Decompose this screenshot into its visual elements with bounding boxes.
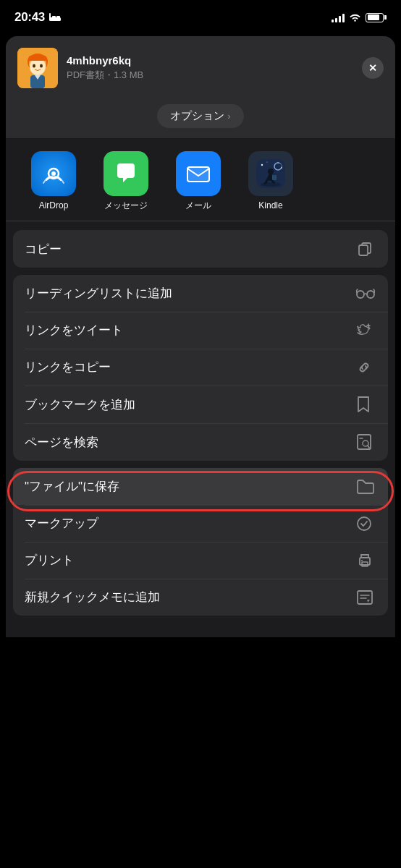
bottom-space — [6, 616, 395, 637]
svg-point-28 — [357, 291, 364, 298]
file-header: 4mhbnyr6kq PDF書類・1.3 MB ✕ — [6, 36, 395, 97]
messages-icon — [104, 151, 148, 196]
app-item-messages[interactable]: メッセージ — [90, 151, 162, 210]
svg-point-18 — [266, 161, 267, 162]
tweet-icon — [356, 323, 376, 339]
app-item-kindle[interactable]: Kindle — [235, 151, 307, 210]
save-files-label: "ファイル"に保存 — [25, 478, 119, 495]
svg-rect-1 — [49, 13, 51, 20]
apps-row-container: AirDrop メッセージ — [6, 138, 395, 221]
file-name: 4mhbnyr6kq — [67, 54, 353, 67]
find-icon — [356, 433, 376, 451]
menu-item-save-files[interactable]: "ファイル"に保存 — [13, 468, 388, 505]
menu-group-2: リーディングリストに追加 リンクをツイート — [13, 275, 388, 461]
print-label: プリント — [25, 552, 74, 569]
svg-point-8 — [33, 64, 35, 68]
quick-note-label: 新規クイックメモに追加 — [25, 589, 160, 605]
menu-item-copy-link[interactable]: リンクをコピー — [13, 349, 388, 386]
menu-item-quick-note[interactable]: 新規クイックメモに追加 — [13, 579, 388, 616]
svg-point-16 — [261, 164, 263, 166]
kindle-label: Kindle — [258, 200, 282, 210]
file-info: 4mhbnyr6kq PDF書類・1.3 MB — [67, 54, 353, 82]
options-button[interactable]: オプション › — [157, 104, 243, 128]
svg-point-12 — [51, 171, 56, 176]
svg-point-29 — [367, 291, 374, 298]
status-time: 20:43 — [14, 10, 45, 25]
menu-wrapper-3: "ファイル"に保存 マークアップ プリント — [6, 468, 395, 616]
svg-point-23 — [268, 169, 274, 174]
airdrop-symbol — [40, 160, 67, 187]
share-sheet: 4mhbnyr6kq PDF書類・1.3 MB ✕ オプション › — [6, 36, 395, 637]
mail-symbol — [184, 159, 213, 188]
svg-rect-33 — [360, 558, 370, 565]
menu-item-copy[interactable]: コピー — [13, 230, 388, 268]
svg-rect-13 — [187, 167, 209, 182]
svg-point-22 — [261, 182, 281, 187]
copy-link-label: リンクをコピー — [25, 359, 111, 375]
bookmark-label: ブックマークを追加 — [25, 396, 135, 413]
options-label: オプション — [170, 109, 224, 123]
kindle-icon — [248, 151, 293, 196]
thumbnail-image — [17, 48, 58, 88]
svg-rect-36 — [358, 591, 372, 604]
markup-label: マークアップ — [25, 515, 98, 532]
folder-icon — [356, 479, 376, 495]
status-icons — [332, 12, 387, 22]
print-icon — [356, 553, 376, 569]
svg-rect-34 — [362, 562, 368, 566]
menu-item-tweet[interactable]: リンクをツイート — [13, 312, 388, 349]
find-label: ページを検索 — [25, 434, 98, 451]
airdrop-label: AirDrop — [39, 200, 69, 210]
chevron-right-icon: › — [227, 111, 230, 122]
close-icon: ✕ — [368, 63, 377, 73]
app-item-airdrop[interactable]: AirDrop — [17, 151, 90, 210]
glasses-icon — [356, 288, 376, 299]
kindle-symbol — [256, 159, 285, 188]
status-bar: 20:43 — [0, 0, 401, 30]
wifi-icon — [349, 13, 361, 22]
menu-item-reading-list[interactable]: リーディングリストに追加 — [13, 275, 388, 312]
file-thumbnail — [17, 48, 58, 88]
mail-label: メール — [185, 200, 211, 210]
menu-item-bookmark[interactable]: ブックマークを追加 — [13, 386, 388, 423]
svg-point-9 — [40, 64, 43, 68]
svg-point-32 — [358, 517, 371, 530]
signal-icon — [332, 12, 345, 22]
copy-label: コピー — [25, 241, 62, 258]
close-button[interactable]: ✕ — [362, 57, 384, 79]
markup-icon — [356, 516, 376, 532]
copy-icon — [356, 240, 376, 258]
battery-icon — [366, 13, 387, 22]
svg-rect-27 — [359, 245, 368, 255]
menu-item-find[interactable]: ページを検索 — [13, 423, 388, 461]
menu-item-markup[interactable]: マークアップ — [13, 505, 388, 542]
tweet-label: リンクをツイート — [25, 322, 123, 339]
file-meta: PDF書類・1.3 MB — [67, 69, 353, 82]
messages-label: メッセージ — [104, 200, 148, 210]
link-icon — [356, 359, 376, 375]
bed-icon — [49, 13, 61, 22]
mail-icon — [176, 151, 221, 196]
reading-list-label: リーディングリストに追加 — [25, 285, 172, 302]
menu-item-print[interactable]: プリント — [13, 542, 388, 579]
menu-group-3: "ファイル"に保存 マークアップ プリント — [13, 468, 388, 616]
menu-group-copy: コピー — [13, 230, 388, 268]
apps-row: AirDrop メッセージ — [17, 151, 384, 210]
app-item-mail[interactable]: メール — [162, 151, 235, 210]
svg-point-35 — [361, 560, 363, 561]
svg-rect-2 — [52, 16, 56, 19]
bookmark-icon — [356, 396, 376, 413]
svg-rect-3 — [56, 16, 60, 19]
options-row: オプション › — [6, 97, 395, 138]
svg-point-21 — [277, 163, 282, 168]
airdrop-icon — [31, 151, 76, 196]
messages-symbol — [111, 159, 140, 188]
quicknote-icon — [356, 590, 376, 605]
